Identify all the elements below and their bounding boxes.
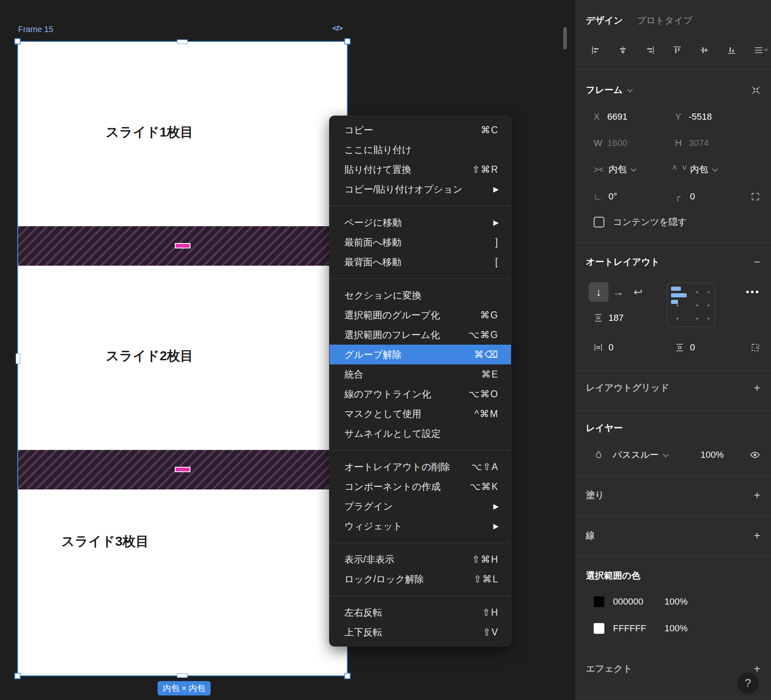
- color-hex[interactable]: FFFFFF: [613, 623, 664, 634]
- x-position-field[interactable]: X 6691: [594, 111, 675, 122]
- align-bottom-icon[interactable]: [727, 45, 736, 55]
- blend-mode-dropdown[interactable]: パススルー: [613, 449, 659, 461]
- code-icon[interactable]: </>: [332, 24, 342, 33]
- add-effect-button[interactable]: +: [754, 663, 760, 675]
- frame-15[interactable]: スライド1枚目 スライド2枚目 スライド3枚目: [18, 42, 347, 675]
- menu-item-bring-to-front[interactable]: 最前面へ移動 ]: [330, 232, 511, 252]
- vertical-resizing-dropdown[interactable]: >< 内包: [675, 160, 757, 179]
- resize-handle-left-middle[interactable]: [16, 353, 20, 364]
- menu-item-flatten[interactable]: 統合 ⌘E: [330, 364, 511, 384]
- slide-1-text[interactable]: スライド1枚目: [106, 123, 193, 141]
- tab-prototype[interactable]: プロトタイプ: [637, 14, 692, 27]
- menu-item-use-as-mask[interactable]: マスクとして使用 ^⌘M: [330, 404, 511, 424]
- add-stroke-button[interactable]: +: [754, 529, 760, 542]
- menu-item-create-component[interactable]: コンポーネントの作成 ⌥⌘K: [330, 477, 511, 496]
- angle-icon: ∟: [594, 192, 608, 202]
- horizontal-padding-field[interactable]: 0: [594, 342, 675, 353]
- add-fill-button[interactable]: +: [754, 489, 760, 502]
- independent-corners-icon[interactable]: [750, 192, 760, 202]
- wrap-button[interactable]: ↩: [628, 282, 648, 302]
- resize-handle-bottom-right[interactable]: [344, 673, 351, 679]
- menu-item-show-hide[interactable]: 表示/非表示 ⇧⌘H: [330, 549, 511, 569]
- corner-radius-field[interactable]: ╭ 0: [675, 191, 757, 202]
- menu-item-paste-to-replace[interactable]: 貼り付けて置換 ⇧⌘R: [330, 160, 511, 179]
- direction-horizontal-button[interactable]: →: [608, 282, 628, 302]
- menu-item-move-to-page[interactable]: ページに移動 ▶: [330, 213, 511, 232]
- shrink-to-fit-icon[interactable]: ↘↙↗↖: [751, 86, 760, 95]
- distribute-more-icon[interactable]: [754, 45, 769, 55]
- slide-2-text[interactable]: スライド2枚目: [106, 347, 193, 365]
- color-hex[interactable]: 000000: [613, 596, 664, 607]
- menu-item-label: 最前面へ移動: [344, 236, 487, 249]
- resize-handle-bottom-middle[interactable]: [177, 673, 188, 678]
- color-opacity[interactable]: 100%: [664, 623, 687, 634]
- chevron-down-icon[interactable]: [627, 87, 632, 93]
- independent-padding-icon[interactable]: [750, 343, 760, 352]
- corner-radius-icon: ╭: [675, 192, 690, 202]
- context-menu: コピー ⌘C ここに貼り付け 貼り付けて置換 ⇧⌘R コピー/貼り付けオプション…: [329, 116, 511, 647]
- rotation-field[interactable]: ∟ 0°: [594, 191, 675, 202]
- layout-grid-section-title: レイアウトグリッド: [586, 382, 669, 394]
- menu-item-frame-selection[interactable]: 選択範囲のフレーム化 ⌥⌘G: [330, 325, 511, 345]
- menu-item-remove-auto-layout[interactable]: オートレイアウトの削除 ⌥⇧A: [330, 457, 511, 477]
- remove-auto-layout-button[interactable]: −: [754, 256, 760, 269]
- color-opacity[interactable]: 100%: [664, 596, 687, 607]
- menu-item-label: 選択範囲のフレーム化: [344, 329, 460, 341]
- menu-item-shortcut: ⌘C: [481, 125, 499, 136]
- align-left-icon[interactable]: [591, 45, 601, 55]
- menu-item-ungroup[interactable]: グループ解除 ⌘⌫: [330, 345, 511, 364]
- direction-vertical-button[interactable]: ↓: [589, 282, 608, 302]
- menu-item-shortcut: ⇧⌘H: [472, 554, 499, 565]
- y-position-field[interactable]: Y -5518: [675, 111, 757, 122]
- gap-drag-handle-1[interactable]: [175, 243, 190, 248]
- canvas-scrollbar-thumb[interactable]: [563, 27, 567, 49]
- selection-color-row[interactable]: 000000 100%: [575, 592, 771, 612]
- help-button[interactable]: ?: [737, 672, 759, 694]
- eye-icon[interactable]: [750, 450, 760, 460]
- align-right-icon[interactable]: [645, 45, 655, 55]
- menu-item-group-selection[interactable]: 選択範囲のグループ化 ⌘G: [330, 305, 511, 325]
- color-swatch-black[interactable]: [594, 596, 604, 607]
- gap-drag-handle-2[interactable]: [175, 467, 190, 472]
- menu-item-paste-here[interactable]: ここに貼り付け: [330, 140, 511, 160]
- resize-handle-bottom-left[interactable]: [14, 673, 21, 679]
- menu-divider: [330, 542, 511, 543]
- menu-item-label: 線のアウトライン化: [344, 388, 460, 401]
- menu-item-copy[interactable]: コピー ⌘C: [330, 120, 511, 140]
- menu-item-flip-horizontal[interactable]: 左右反転 ⇧H: [330, 603, 511, 622]
- menu-item-flip-vertical[interactable]: 上下反転 ⇧V: [330, 622, 511, 642]
- align-horizontal-center-icon[interactable]: [618, 45, 628, 55]
- auto-layout-more-button[interactable]: •••: [746, 287, 760, 297]
- width-field[interactable]: W 1600: [594, 138, 675, 148]
- menu-item-widgets[interactable]: ウィジェット ▶: [330, 516, 511, 536]
- panel-divider: [575, 515, 771, 516]
- horizontal-resizing-dropdown[interactable]: >< 内包: [594, 163, 675, 176]
- hide-content-checkbox[interactable]: [594, 217, 604, 227]
- menu-item-convert-to-section[interactable]: セクションに変換: [330, 285, 511, 305]
- resize-handle-top-left[interactable]: [14, 38, 21, 44]
- tab-design[interactable]: デザイン: [586, 14, 623, 27]
- resize-handle-top-middle[interactable]: [177, 39, 188, 44]
- selection-color-row[interactable]: FFFFFF 100%: [575, 619, 771, 638]
- slide-3-text[interactable]: スライド3枚目: [61, 533, 149, 551]
- align-top-icon[interactable]: [672, 45, 682, 55]
- add-layout-grid-button[interactable]: +: [754, 382, 760, 394]
- menu-item-send-to-back[interactable]: 最背面へ移動 [: [330, 252, 511, 272]
- menu-item-copy-paste-options[interactable]: コピー/貼り付けオプション ▶: [330, 179, 511, 199]
- resize-handle-top-right[interactable]: [344, 38, 351, 44]
- vertical-padding-field[interactable]: 0: [675, 342, 757, 353]
- frame-name-label[interactable]: Frame 15: [18, 25, 53, 34]
- frame-section-title[interactable]: フレーム: [586, 84, 623, 96]
- menu-item-lock-unlock[interactable]: ロック/ロック解除 ⇧⌘L: [330, 569, 511, 589]
- layer-opacity-field[interactable]: 100%: [701, 450, 724, 460]
- hide-content-label: コンテンツを隠す: [613, 216, 687, 228]
- height-field[interactable]: H 3074: [675, 138, 757, 148]
- blend-mode-icon[interactable]: [594, 450, 608, 460]
- color-swatch-white[interactable]: [594, 623, 604, 634]
- vertical-padding-icon: [675, 343, 690, 352]
- menu-item-outline-stroke[interactable]: 線のアウトライン化 ⌥⌘O: [330, 384, 511, 404]
- gap-field[interactable]: 187: [594, 313, 675, 323]
- menu-item-plugins[interactable]: プラグイン ▶: [330, 496, 511, 516]
- align-vertical-center-icon[interactable]: [699, 45, 709, 55]
- menu-item-set-as-thumbnail[interactable]: サムネイルとして設定: [330, 424, 511, 443]
